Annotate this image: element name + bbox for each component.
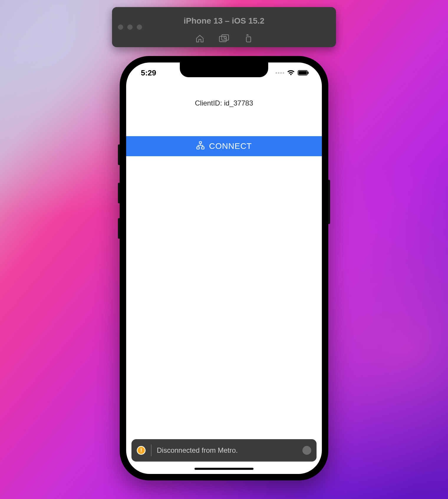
toast-separator xyxy=(151,444,151,456)
battery-icon xyxy=(298,70,309,75)
svg-rect-1 xyxy=(222,35,229,40)
rotate-icon[interactable] xyxy=(243,34,253,43)
toast-indicator-dot xyxy=(302,446,311,455)
network-icon xyxy=(196,141,205,151)
window-minimize-button[interactable] xyxy=(127,24,133,30)
svg-rect-9 xyxy=(202,147,204,149)
svg-rect-8 xyxy=(197,147,200,149)
svg-rect-6 xyxy=(308,72,309,74)
client-id-label: ClientID: id_37783 xyxy=(126,99,322,107)
svg-point-2 xyxy=(224,36,226,39)
svg-rect-7 xyxy=(200,141,202,143)
warning-icon: ! xyxy=(137,446,146,455)
iphone-notch xyxy=(180,62,268,77)
wifi-icon xyxy=(287,70,295,76)
status-time: 5:29 xyxy=(141,68,156,78)
screenshot-icon[interactable] xyxy=(219,34,229,43)
home-icon[interactable] xyxy=(195,34,205,43)
toast-message: Disconnected from Metro. xyxy=(157,446,297,454)
svg-rect-5 xyxy=(299,71,307,75)
home-indicator[interactable] xyxy=(195,468,253,470)
svg-rect-0 xyxy=(219,36,226,42)
simulator-toolbar-icons xyxy=(195,34,253,43)
svg-rect-3 xyxy=(246,37,251,42)
cellular-signal-icon xyxy=(276,72,284,74)
window-traffic-lights[interactable] xyxy=(118,24,142,30)
connect-button[interactable]: CONNECT xyxy=(126,136,322,156)
metro-toast[interactable]: ! Disconnected from Metro. xyxy=(131,439,317,462)
iphone-screen: 5:29 xyxy=(126,62,322,474)
window-close-button[interactable] xyxy=(118,24,123,30)
connect-button-label: CONNECT xyxy=(209,141,252,151)
simulator-title: iPhone 13 – iOS 15.2 xyxy=(184,16,264,26)
window-zoom-button[interactable] xyxy=(137,24,142,30)
app-content: ClientID: id_37783 CONNECT xyxy=(126,62,322,474)
iphone-device-frame: 5:29 xyxy=(120,56,328,480)
simulator-toolbar: iPhone 13 – iOS 15.2 xyxy=(112,7,336,47)
